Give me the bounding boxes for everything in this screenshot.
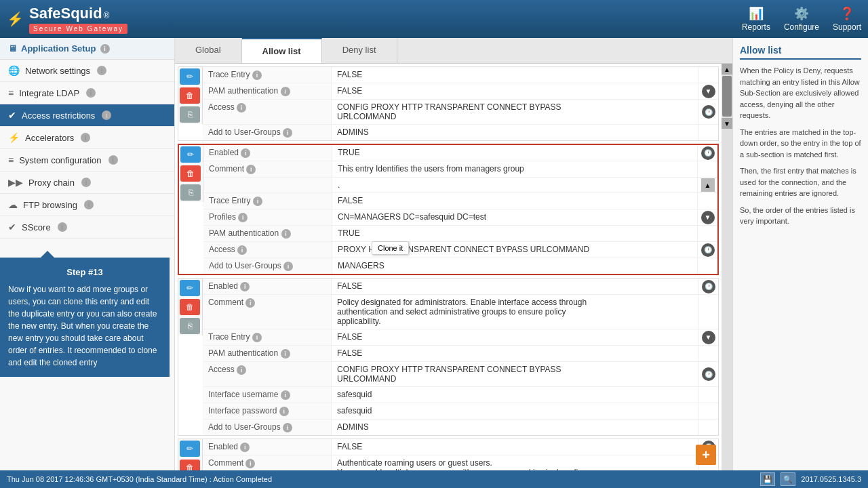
configure-button[interactable]: ⚙️ Configure — [784, 6, 819, 32]
network-info-icon[interactable]: i — [97, 66, 106, 75]
ftp-info-icon[interactable]: i — [84, 200, 94, 209]
trace-info-icon[interactable]: i — [252, 70, 262, 80]
enabled-ctrl-1[interactable]: 🕐 — [701, 146, 715, 160]
field-ctrl-profiles-1[interactable]: ▼ — [697, 209, 717, 225]
tab-global[interactable]: Global — [175, 38, 242, 63]
clone-button-0[interactable]: ⎘ — [180, 106, 200, 123]
sidebar-item-ldap[interactable]: ≡ Integrate LDAP i — [0, 82, 174, 104]
edit-button-1[interactable]: ✏ — [180, 146, 201, 163]
field-ctrl-access[interactable]: 🕐 — [698, 100, 718, 124]
comment-info-2[interactable]: i — [245, 298, 255, 308]
access-ctrl-icon[interactable]: 🕐 — [702, 105, 715, 119]
entry-actions-0: ✏ 🗑 ⎘ — [178, 67, 203, 124]
entry-block-3: ✏ 🗑 ⎘ Enabled i FALSE 🕐 Comment i — [178, 439, 719, 470]
sscore-info-icon[interactable]: i — [58, 222, 67, 232]
field-label-iface-user-2: Interface username i — [203, 387, 332, 403]
sidebar-item-proxy[interactable]: ▶▶ Proxy chain i — [0, 171, 174, 194]
field-ctrl-access-2[interactable]: 🕐 — [698, 362, 718, 386]
sidebar-item-sysconfg[interactable]: ≡ System configuration i — [0, 149, 174, 171]
ifpass-info-2[interactable]: i — [279, 407, 289, 416]
header-actions: 📊 Reports ⚙️ Configure ❓ Support — [742, 6, 861, 32]
access-info-1[interactable]: i — [237, 245, 247, 255]
table-scrollbar[interactable]: ▲ ▼ — [722, 64, 732, 470]
access-info-icon[interactable]: i — [102, 110, 111, 120]
entry-block-1: ✏ 🗑 ⎘ Enabled i TRUE 🕐 Comment i — [178, 144, 719, 275]
profiles-info-1[interactable]: i — [238, 213, 248, 222]
ug-info-icon[interactable]: i — [283, 128, 292, 138]
delete-button-2[interactable]: 🗑 — [180, 299, 200, 315]
pam-info-icon[interactable]: i — [281, 87, 290, 96]
delete-button-3[interactable]: 🗑 — [180, 460, 200, 470]
field-ctrl-ug-2 — [698, 420, 718, 435]
tab-allowlist[interactable]: Allow list — [242, 38, 322, 63]
sidebar-item-accelerators[interactable]: ⚡ Accelerators i — [0, 127, 174, 149]
access-info-2[interactable]: i — [237, 365, 246, 375]
edit-button-0[interactable]: ✏ — [180, 68, 200, 85]
scrollbar-thumb[interactable] — [722, 76, 732, 117]
add-entry-button[interactable]: + — [696, 445, 716, 465]
accelerators-info-icon[interactable]: i — [81, 133, 90, 142]
field-value-pam-2: FALSE — [332, 346, 698, 361]
scroll-up-1[interactable]: ▲ — [701, 178, 715, 192]
sidebar-item-network[interactable]: 🌐 Network settings i — [0, 60, 174, 82]
logo-text: SafeSquid — [29, 5, 102, 22]
proxy-info-icon[interactable]: i — [81, 178, 91, 187]
sidebar-item-ftp[interactable]: ☁ FTP browsing i — [0, 194, 174, 216]
scrollbar-down[interactable]: ▼ — [722, 118, 732, 129]
access-ctrl-1[interactable]: 🕐 — [701, 243, 715, 257]
field-label-usergroups: Add to User-Groups i — [203, 125, 332, 140]
enabled-ctrl-2[interactable]: 🕐 — [702, 280, 715, 293]
pam-info-1[interactable]: i — [281, 229, 291, 239]
footer-search-button[interactable]: 🔍 — [781, 472, 795, 486]
trace-ctrl-2[interactable]: ▼ — [702, 331, 715, 344]
field-label-access: Access i — [203, 100, 332, 124]
entry-fields-0: Trace Entry i FALSE PAM authentication i… — [203, 67, 718, 140]
enabled-info-3[interactable]: i — [240, 443, 250, 452]
profiles-ctrl-1[interactable]: ▼ — [701, 211, 715, 224]
field-ctrl-trace-2[interactable]: ▼ — [698, 329, 718, 345]
content-area: Global Allow list Deny list ✏ 🗑 ⎘ — [175, 38, 732, 470]
header: ⚡ SafeSquid ® Secure Web Gateway 📊 Repor… — [0, 0, 868, 38]
comment-info-3[interactable]: i — [245, 459, 255, 468]
delete-button-0[interactable]: 🗑 — [180, 87, 200, 104]
field-label-profiles-1: Profiles i — [203, 209, 332, 225]
ug-info-2[interactable]: i — [283, 423, 292, 432]
field-value-pam-1: TRUE — [332, 226, 697, 241]
ldap-info-icon[interactable]: i — [86, 88, 96, 98]
clone-button-2[interactable]: ⎘ — [180, 318, 200, 334]
access-info-icon-0[interactable]: i — [237, 103, 246, 113]
delete-button-1[interactable]: 🗑 — [180, 165, 201, 182]
pam-ctrl-icon[interactable]: ▼ — [702, 85, 715, 98]
field-label-dot-1 — [203, 178, 332, 192]
clone-button-1[interactable]: ⎘ — [180, 184, 201, 201]
enabled-info-1[interactable]: i — [241, 148, 250, 158]
sidebar-item-access[interactable]: ✔ Access restrictions i — [0, 104, 174, 127]
enabled-info-2[interactable]: i — [240, 282, 250, 291]
trace-info-2[interactable]: i — [252, 333, 262, 342]
sysconfg-info-icon[interactable]: i — [108, 155, 118, 165]
right-panel-para-2: Then, the first entry that matches is us… — [740, 165, 861, 199]
support-button[interactable]: ❓ Support — [833, 6, 861, 32]
field-ctrl-access-1[interactable]: 🕐 — [697, 242, 717, 258]
sidebar-item-sscore[interactable]: ✔ SScore i — [0, 216, 174, 239]
reports-button[interactable]: 📊 Reports — [742, 6, 770, 32]
table-scroll[interactable]: ✏ 🗑 ⎘ Trace Entry i FALSE PAM authe — [175, 64, 722, 470]
footer-save-button[interactable]: 💾 — [760, 472, 775, 486]
comment-info-1[interactable]: i — [246, 165, 256, 174]
scrollbar-up[interactable]: ▲ — [722, 64, 732, 75]
trace-info-1[interactable]: i — [253, 197, 262, 206]
tab-denylist[interactable]: Deny list — [322, 38, 397, 63]
field-label-ug-2: Add to User-Groups i — [203, 420, 332, 435]
field-label-trace-1: Trace Entry i — [203, 193, 332, 209]
access-ctrl-2[interactable]: 🕐 — [702, 367, 715, 381]
ug-info-1[interactable]: i — [283, 262, 293, 271]
section-info-icon[interactable]: i — [100, 44, 110, 54]
edit-button-3[interactable]: ✏ — [180, 441, 200, 457]
field-ctrl-enabled-2[interactable]: 🕐 — [698, 279, 718, 294]
pam-info-2[interactable]: i — [281, 349, 290, 359]
ifuser-info-2[interactable]: i — [281, 390, 290, 400]
configure-icon: ⚙️ — [794, 6, 809, 21]
field-ctrl-pam[interactable]: ▼ — [698, 83, 718, 99]
edit-button-2[interactable]: ✏ — [180, 280, 200, 296]
field-ctrl-enabled-1[interactable]: 🕐 — [697, 145, 717, 161]
